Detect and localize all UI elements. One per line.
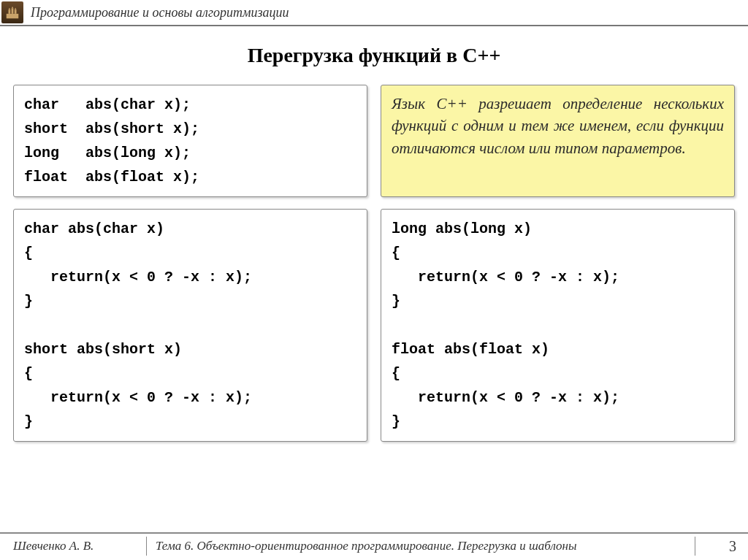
svg-rect-1 <box>9 9 11 13</box>
logo-icon <box>1 1 23 23</box>
row-bottom: char abs(char x) { return(x < 0 ? -x : x… <box>13 209 735 442</box>
slide: Программирование и основы алгоритмизации… <box>0 0 748 560</box>
course-title: Программирование и основы алгоритмизации <box>31 5 289 20</box>
svg-marker-4 <box>9 8 11 10</box>
svg-marker-6 <box>15 8 17 10</box>
code-definitions-left: char abs(char x) { return(x < 0 ? -x : x… <box>13 209 367 442</box>
footer: Шевченко А. В. Тема 6. Объектно-ориентир… <box>0 532 748 556</box>
svg-rect-0 <box>7 14 19 18</box>
svg-rect-2 <box>12 9 14 14</box>
page-title: Перегрузка функций в С++ <box>0 44 748 67</box>
callout-text: Язык С++ разрешает определение нескольки… <box>381 85 735 197</box>
content: char abs(char x); short abs(short x); lo… <box>0 85 748 442</box>
svg-rect-3 <box>15 9 17 13</box>
code-declarations: char abs(char x); short abs(short x); lo… <box>13 85 367 197</box>
footer-separator <box>146 537 147 556</box>
footer-separator <box>695 537 695 556</box>
footer-author: Шевченко А. В. <box>13 539 137 553</box>
row-top: char abs(char x); short abs(short x); lo… <box>13 85 735 197</box>
footer-page-number: 3 <box>704 538 741 555</box>
code-definitions-right: long abs(long x) { return(x < 0 ? -x : x… <box>381 209 735 442</box>
footer-topic: Тема 6. Объектно-ориентированное програм… <box>156 539 686 553</box>
header-bar: Программирование и основы алгоритмизации <box>0 0 748 26</box>
svg-marker-5 <box>12 7 14 9</box>
